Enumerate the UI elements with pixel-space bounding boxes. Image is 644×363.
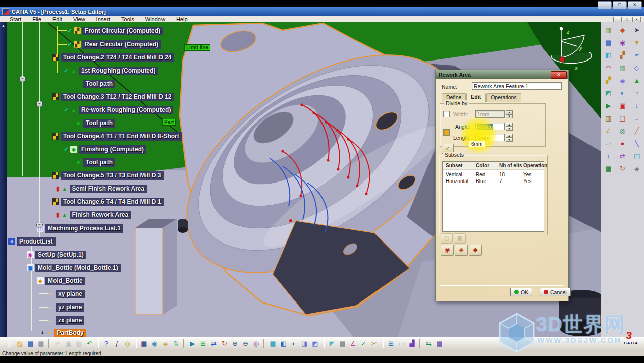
chart-icon[interactable]: ▟: [407, 339, 417, 348]
measure-item-icon[interactable]: ∠: [604, 127, 613, 135]
knife-icon[interactable]: ✂: [369, 339, 380, 348]
angle-spinner[interactable]: ▲▼: [506, 123, 513, 130]
collaboration-icon[interactable]: ◉: [149, 339, 160, 348]
tree-item[interactable]: ≡Tool path: [75, 79, 115, 88]
rework-area-icon[interactable]: ▲: [632, 77, 641, 85]
tree-item[interactable]: ▮▲Finish Rework Area: [56, 210, 131, 219]
post-process-icon[interactable]: ▥: [604, 114, 613, 123]
profile-icon[interactable]: ◇: [632, 64, 641, 72]
angle-length-checkbox[interactable]: [443, 129, 450, 136]
settings-icon[interactable]: ◈: [632, 165, 641, 173]
tab-edit[interactable]: Edit: [466, 93, 486, 102]
tool-change-icon[interactable]: ▞: [604, 77, 613, 85]
surface-mill-icon[interactable]: ◧: [604, 51, 613, 59]
tree-item[interactable]: ✓◆Finishing (Computed): [64, 145, 146, 154]
fly-mode-icon[interactable]: ▶: [187, 339, 198, 348]
tab-operations[interactable]: Operations: [486, 93, 521, 102]
transform-icon[interactable]: ⇄: [618, 152, 627, 160]
exchange-icon[interactable]: ⇆: [423, 339, 434, 348]
arrow-select-icon[interactable]: ➤: [632, 26, 641, 34]
catalog-icon[interactable]: ▤: [618, 114, 627, 123]
tree-item[interactable]: ✳ProductList: [8, 237, 56, 246]
tree-item[interactable]: ≡Tool path: [75, 158, 115, 167]
subsets-cell[interactable]: Yes: [523, 172, 531, 177]
expander-icon[interactable]: +: [41, 330, 44, 336]
tree-item[interactable]: ✓▲Re-work Roughing (Computed): [64, 105, 173, 114]
tree-item[interactable]: ▱yz plane: [47, 302, 84, 312]
width-checkbox[interactable]: [443, 111, 450, 117]
dialog-close-icon[interactable]: ✕: [551, 71, 567, 79]
tree-item[interactable]: ✓▲1st Roughing (Computed): [64, 66, 158, 75]
tree-item[interactable]: ▞Tool Change.5 T3 / T3 End Mill D 3: [52, 171, 164, 180]
tree-item[interactable]: ◉SetUp (SetUp.1): [27, 250, 86, 259]
analysis-icon[interactable]: ◔: [632, 89, 641, 97]
cancel-button[interactable]: Cancel: [540, 288, 571, 296]
new-document-icon[interactable]: ▯: [4, 339, 15, 348]
paste-icon[interactable]: ▥: [74, 339, 84, 348]
plane-tool-icon[interactable]: ▱: [604, 140, 613, 148]
grid-icon[interactable]: ▦: [337, 339, 348, 348]
cut-icon[interactable]: ✂: [52, 339, 63, 348]
contour-icon[interactable]: ◠: [604, 64, 613, 72]
context-help-icon[interactable]: ?: [101, 339, 112, 348]
tree-item[interactable]: ✓▞Rear Circular (Computed): [67, 40, 161, 49]
subsets-cell[interactable]: 18: [499, 172, 505, 177]
pick-curve-button[interactable]: ◈: [455, 245, 468, 256]
menu-insert[interactable]: Insert: [92, 16, 115, 22]
dialog-title-bar[interactable]: Rework Area: [436, 70, 568, 79]
subsets-cell[interactable]: Vertical: [446, 172, 462, 177]
menu-file[interactable]: File: [28, 16, 46, 22]
open-folder-icon[interactable]: ▨: [15, 339, 25, 348]
menu-view[interactable]: View: [69, 16, 90, 22]
multi-view-icon[interactable]: ▦: [267, 339, 278, 348]
menu-window[interactable]: Window: [141, 16, 170, 22]
length-spinner[interactable]: ▲▼: [506, 134, 513, 141]
pick-zone-button[interactable]: ◉: [441, 245, 454, 256]
scroll-up-icon[interactable]: ▲: [0, 24, 7, 27]
tree-item[interactable]: ◫Machining Process List.1: [37, 224, 123, 233]
update-icon[interactable]: ↻: [618, 165, 627, 173]
stack-list-icon[interactable]: ≡: [632, 114, 641, 123]
tree-item[interactable]: ▞Tool Change.4 T1 / T1 End Mill D 8-Shor…: [52, 132, 182, 141]
tree-item[interactable]: ▣Mold_Bottle (Mold_Bottle.1): [27, 263, 121, 272]
pad-mill-icon[interactable]: ▤: [604, 39, 613, 47]
pattern-icon[interactable]: ▦: [604, 165, 613, 173]
width-spinner[interactable]: ▲▼: [506, 110, 513, 118]
pan-icon[interactable]: ⇄: [208, 339, 219, 348]
tree-item[interactable]: ▮▲Semi Finish Rework Area: [56, 184, 147, 193]
process-table-icon[interactable]: ▦: [604, 26, 613, 34]
measure-icon[interactable]: ∠: [348, 339, 358, 348]
rotate-icon[interactable]: ↻: [219, 339, 230, 348]
eraser-icon[interactable]: ◤: [327, 339, 337, 348]
batch-output-icon[interactable]: ▦: [434, 339, 445, 348]
fit-all-in-icon[interactable]: ⊞: [198, 339, 208, 348]
workbench-icon[interactable]: ◆: [618, 26, 627, 34]
width-input[interactable]: 1mm: [475, 110, 505, 118]
close-button[interactable]: ✕: [628, 1, 642, 9]
subsets-cell[interactable]: 7: [499, 178, 502, 184]
undo-icon[interactable]: ↶: [84, 339, 95, 348]
tree-item[interactable]: ✓▞Front Circular (Computed): [67, 26, 163, 35]
pocket-mill-icon[interactable]: ◉: [618, 39, 627, 47]
normal-view-icon[interactable]: ◎: [251, 339, 261, 348]
subsets-cell[interactable]: Horizontal: [446, 178, 468, 184]
tree-item[interactable]: ≡Tool path: [75, 118, 115, 128]
tree-item[interactable]: ▞Tool Change.6 T4 / T4 End Mill D 1: [52, 197, 164, 206]
lock-icon[interactable]: ◈: [160, 339, 171, 348]
tree-item[interactable]: ◆Mold_Bottle: [37, 276, 85, 285]
subsets-cell[interactable]: Blue: [476, 178, 486, 184]
simulation-play-icon[interactable]: ▶: [604, 102, 613, 110]
tree-item[interactable]: ▞Tool Change.2 T24 / T24 End Mill D 24: [52, 53, 174, 62]
point-tool-icon[interactable]: ●: [618, 140, 627, 148]
save-icon[interactable]: ▤: [25, 339, 36, 348]
screen-capture-icon[interactable]: ▭: [396, 339, 407, 348]
title-bar[interactable]: CATIA V5 - [Process1: Setup Editor]: [0, 7, 644, 16]
hidden-line-view-icon[interactable]: ◩: [310, 339, 320, 348]
constraint-icon[interactable]: ◎: [618, 127, 627, 135]
name-input[interactable]: Rework Area Feature.1: [472, 82, 562, 90]
table-icon[interactable]: ⊞: [386, 339, 396, 348]
formula-icon[interactable]: ƒ: [112, 339, 122, 348]
length-input[interactable]: 6mm: [475, 134, 505, 141]
print-icon[interactable]: ▦: [36, 339, 46, 348]
tree-item[interactable]: ▞Tool Change.3 T12 / T12 End Mill D 12: [52, 92, 174, 101]
